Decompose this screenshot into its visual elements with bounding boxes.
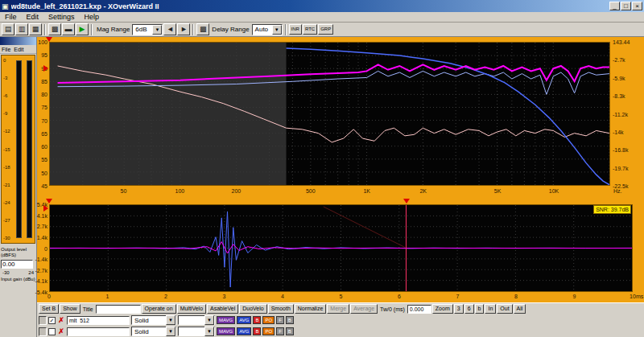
output-level-section: Output level (dBFS) -30 24 Input gain (d… [0,245,36,337]
mode-button-merge: Merge [327,304,349,314]
zoom-preset-button-b[interactable]: b [475,304,485,314]
view-all-button[interactable]: All [514,304,526,314]
trace-delete-button[interactable]: ✗ [57,327,65,335]
grid-toggle-button[interactable]: ▩ [196,23,209,35]
trace-weight-select[interactable]: ▼ [178,327,215,336]
trace-handle[interactable] [39,327,47,336]
trace-handle[interactable] [39,316,47,325]
zoom-button[interactable]: Zoom [432,304,453,314]
trace-delete-button[interactable]: ✗ [57,316,65,324]
axis-tick-label: -1.4k [35,257,47,262]
range-increase-button[interactable]: ► [177,23,190,35]
axis-tick-label: 200 [231,188,241,194]
trace-weight-select[interactable]: ▼ [178,315,215,325]
dropdown-icon[interactable]: ▼ [166,327,175,336]
toggle-inr[interactable]: INR [289,24,302,35]
trace-style-select[interactable]: Solid▼ [131,315,176,325]
axis-tick-label: -16.8k [613,147,628,153]
time-cursor-marker[interactable] [403,199,410,203]
play-button[interactable]: ▶ [76,23,89,35]
trace-color-chip[interactable]: B [286,316,294,324]
axis-tick-label: 10 [630,294,636,299]
level-meter[interactable]: 0-3-6-9-12-15-18-21-24-27-30 [1,55,35,244]
menu-help[interactable]: Help [80,13,105,21]
trace-enabled-checkbox[interactable]: ✓ [48,317,56,324]
open-file-button[interactable]: ▥ [15,23,28,35]
view-out-button[interactable]: Out [497,304,512,314]
spl-axis-labels: 1009590858075706560555045 [37,42,48,186]
zoom-preset-button-6[interactable]: 6 [464,304,474,314]
trace-color-chip[interactable]: F [276,327,284,335]
dropdown-icon[interactable]: ▼ [204,315,214,325]
axis-unit-label: ms [636,294,643,299]
trace-row: ✗Solid▼▼MAVGAVGBPOFB [37,326,644,337]
dropdown-icon[interactable]: ▼ [204,327,214,336]
time-axis-labels: 012345678910ms [49,294,633,302]
level-cursor-marker[interactable] [43,65,48,72]
trace-color-chip[interactable]: AVG [237,316,251,324]
tw-label: Tw/0 (ms) [378,306,407,312]
meter-tick-label: -24 [3,200,10,205]
dropdown-icon[interactable]: ▼ [272,25,282,35]
trace-color-chip[interactable]: PO [262,327,275,335]
delay-range-select[interactable]: Auto ▼ [252,24,283,35]
mode-button-duovelo[interactable]: DuoVelo [239,304,266,314]
axis-tick-label: -8.3k [613,93,625,99]
trace-color-chip[interactable]: B [286,327,294,335]
maximize-button[interactable]: □ [621,2,631,10]
impulse-plot[interactable] [49,204,633,292]
title-input[interactable] [96,305,141,314]
save-file-button[interactable]: ▦ [29,23,42,35]
dropdown-icon[interactable]: ▼ [152,25,162,35]
toggle-rtc[interactable]: RTC [303,24,317,35]
operate-on-button[interactable]: Operate on [142,304,176,314]
panel-menu-edit[interactable]: Edit [14,47,23,52]
frequency-plot[interactable] [49,42,610,186]
tw-input[interactable] [407,305,431,314]
mode-button-normalize[interactable]: Normalize [295,304,327,314]
trace-color-chip[interactable]: F [276,316,284,324]
new-file-button[interactable]: ▤ [2,23,14,35]
show-button[interactable]: Show [60,304,80,314]
trace-color-chip[interactable]: PO [262,316,275,324]
range-decrease-button[interactable]: ◄ [163,23,176,35]
mode-button-multivelo[interactable]: MultiVelo [177,304,206,314]
mode-button-smooth[interactable]: Smooth [268,304,294,314]
menu-file[interactable]: File [0,13,22,21]
titlebar: ▣ wd8tude_left_2611021.kxp - XOverWizard… [0,0,644,12]
zoom-preset-button-3[interactable]: 3 [454,304,464,314]
amplitude-cursor-marker[interactable] [43,205,48,212]
view-in-button[interactable]: In [485,304,496,314]
gain-max-label: 24 [28,270,34,275]
minimize-button[interactable]: _ [609,2,620,10]
close-button[interactable]: × [632,2,642,10]
chart-view-button[interactable]: ▬ [62,23,75,35]
axis-tick-label: -4.1k [35,278,47,284]
trace-style-select[interactable]: Solid▼ [131,327,176,336]
snr-badge: SNR: 39.7dB [593,205,631,214]
panel-titlebar[interactable] [0,37,36,45]
trace-name-input[interactable] [67,316,130,325]
trace-color-chip[interactable]: B [253,316,261,324]
trace-enabled-checkbox[interactable] [48,328,56,335]
frequency-response-chart[interactable]: 1009590858075706560555045 143.44-2.7k-5.… [37,37,644,198]
layout-button[interactable]: ▩ [48,23,61,35]
panel-menu-file[interactable]: File [2,47,10,52]
menu-settings[interactable]: Settings [43,13,80,21]
menu-edit[interactable]: Edit [22,13,44,21]
mag-range-select[interactable]: 6dB ▼ [132,24,163,35]
trace-color-chip[interactable]: MAVG [217,316,235,324]
axis-tick-label: 95 [41,52,47,58]
trace-color-chip[interactable]: MAVG [217,327,235,335]
trace-color-chip[interactable]: B [253,327,261,335]
impulse-response-chart[interactable]: 5.4k4.1k2.7k1.4k0-1.4k-2.7k-4.1k-5.4k 01… [37,198,644,302]
set-b-button[interactable]: Set B [39,304,59,314]
output-level-input[interactable] [1,260,33,269]
trace-color-chip[interactable]: AVG [237,327,251,335]
meter-tick-label: -27 [3,218,10,223]
toolbar-separator [44,24,46,35]
dropdown-icon[interactable]: ▼ [166,315,175,325]
trace-name-input[interactable] [67,327,130,336]
mode-button-asablevel[interactable]: AsableVel [207,304,238,314]
toggle-grp[interactable]: GRP [318,24,333,35]
